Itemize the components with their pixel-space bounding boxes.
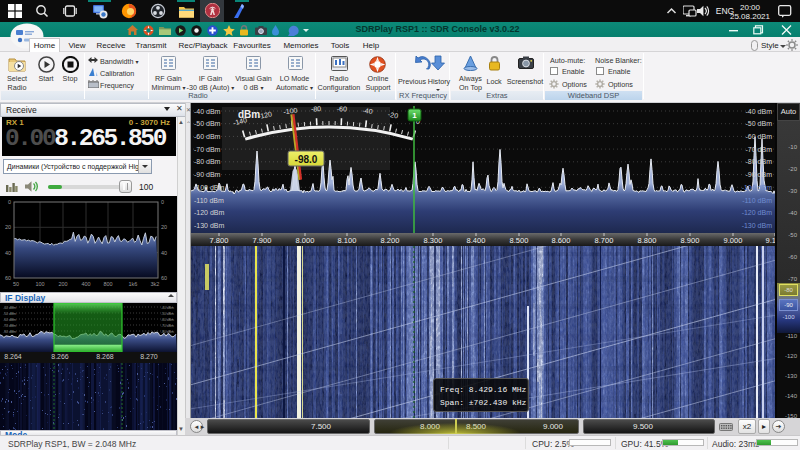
svg-text:-50 dBm: -50 dBm: [746, 120, 773, 127]
svg-text:40: 40: [5, 250, 11, 256]
svg-text:7.800: 7.800: [210, 236, 229, 245]
svg-text:-80 dBm: -80 dBm: [3, 330, 16, 334]
svg-text:60: 60: [161, 275, 167, 281]
svg-text:-110 dBm: -110 dBm: [742, 197, 772, 204]
svg-text:-40 dBm: -40 dBm: [3, 306, 16, 310]
svg-text:8.300: 8.300: [424, 236, 443, 245]
svg-text:0: 0: [161, 199, 164, 205]
svg-text:8.400: 8.400: [467, 236, 486, 245]
svg-text:20: 20: [5, 224, 11, 230]
svg-text:-120 dBm: -120 dBm: [742, 209, 773, 216]
svg-text:-50 dBm: -50 dBm: [161, 312, 174, 316]
svg-text:8.700: 8.700: [595, 236, 614, 245]
svg-text:-110 dBm: -110 dBm: [194, 197, 224, 204]
svg-text:1: 1: [412, 111, 417, 120]
svg-text:-100 dBm: -100 dBm: [194, 184, 225, 191]
svg-text:7.900: 7.900: [253, 236, 272, 245]
svg-text:400: 400: [81, 281, 90, 287]
svg-text:40: 40: [161, 250, 167, 256]
svg-text:-60: -60: [337, 105, 347, 112]
svg-text:-70 dBm: -70 dBm: [194, 146, 221, 153]
svg-text:-50 dBm: -50 dBm: [194, 120, 221, 127]
svg-text:8.500: 8.500: [510, 236, 529, 245]
svg-text:0: 0: [8, 199, 11, 205]
svg-text:8.000: 8.000: [296, 236, 315, 245]
svg-text:50: 50: [13, 281, 19, 287]
svg-text:-80 dBm: -80 dBm: [746, 158, 773, 165]
svg-text:-80 dBm: -80 dBm: [194, 158, 221, 165]
svg-text:-60 dBm: -60 dBm: [3, 318, 16, 322]
svg-text:-130 dBm: -130 dBm: [742, 222, 773, 229]
svg-text:200: 200: [58, 281, 67, 287]
svg-text:-60 dBm: -60 dBm: [194, 133, 221, 140]
svg-text:-40 dBm: -40 dBm: [746, 108, 773, 115]
svg-text:800: 800: [103, 281, 112, 287]
svg-text:20: 20: [161, 224, 167, 230]
svg-text:-90 dBm: -90 dBm: [746, 171, 773, 178]
svg-text:-90 dBm: -90 dBm: [194, 171, 221, 178]
svg-text:-120 dBm: -120 dBm: [194, 209, 225, 216]
svg-text:-40 dBm: -40 dBm: [161, 306, 174, 310]
svg-text:-80: -80: [311, 105, 321, 112]
svg-text:-80 dBm: -80 dBm: [161, 330, 174, 334]
svg-text:8.100: 8.100: [338, 236, 357, 245]
svg-text:-130 dBm: -130 dBm: [194, 222, 225, 229]
svg-text:100: 100: [35, 281, 44, 287]
svg-text:-100 dBm: -100 dBm: [742, 184, 773, 191]
svg-text:8.600: 8.600: [552, 236, 571, 245]
svg-text:-60 dBm: -60 dBm: [161, 318, 174, 322]
svg-text:-70 dBm: -70 dBm: [3, 324, 16, 328]
svg-text:-60 dBm: -60 dBm: [746, 133, 773, 140]
svg-text:3k2: 3k2: [151, 281, 160, 287]
svg-text:8.900: 8.900: [681, 236, 700, 245]
svg-text:-70 dBm: -70 dBm: [161, 324, 174, 328]
svg-text:-40: -40: [362, 107, 373, 115]
svg-text:8.200: 8.200: [381, 236, 400, 245]
svg-text:-70 dBm: -70 dBm: [746, 146, 773, 153]
svg-text:60: 60: [5, 275, 11, 281]
svg-text:-50 dBm: -50 dBm: [3, 312, 16, 316]
svg-text:-98.0: -98.0: [295, 154, 318, 165]
svg-text:8.800: 8.800: [638, 236, 657, 245]
svg-text:1k6: 1k6: [129, 281, 138, 287]
svg-text:-40 dBm: -40 dBm: [194, 108, 221, 115]
svg-text:9.000: 9.000: [724, 236, 743, 245]
